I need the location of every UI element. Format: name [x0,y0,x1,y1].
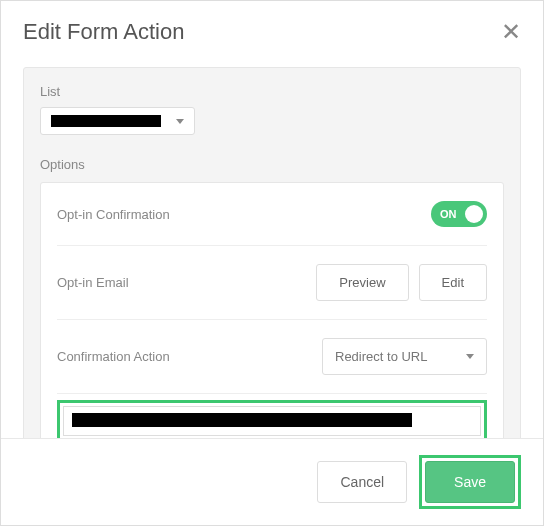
modal-header: Edit Form Action ✕ [1,1,543,57]
list-select[interactable] [40,107,195,135]
modal-footer: Cancel Save [1,438,543,525]
edit-button[interactable]: Edit [419,264,487,301]
edit-form-action-modal: Edit Form Action ✕ List Options Opt-in C… [0,0,544,526]
optin-confirmation-row: Opt-in Confirmation ON [57,183,487,246]
optin-email-row: Opt-in Email Preview Edit [57,246,487,320]
save-button[interactable]: Save [425,461,515,503]
chevron-down-icon [176,119,184,124]
redirect-url-value [72,413,412,427]
confirmation-action-select[interactable]: Redirect to URL [322,338,487,375]
redirect-url-input[interactable] [63,406,481,436]
optin-confirmation-label: Opt-in Confirmation [57,207,170,222]
toggle-on-text: ON [440,208,457,220]
modal-title: Edit Form Action [23,19,184,45]
optin-confirmation-toggle[interactable]: ON [431,201,487,227]
redirect-url-highlight [57,400,487,442]
list-selected-value [51,115,161,127]
preview-button[interactable]: Preview [316,264,408,301]
modal-body: List Options Opt-in Confirmation ON Opt-… [23,67,521,468]
confirmation-action-selected: Redirect to URL [335,349,427,364]
save-button-highlight: Save [419,455,521,509]
toggle-knob [465,205,483,223]
cancel-button[interactable]: Cancel [317,461,407,503]
options-panel: Opt-in Confirmation ON Opt-in Email Prev… [40,182,504,447]
optin-email-buttons: Preview Edit [316,264,487,301]
chevron-down-icon [466,354,474,359]
optin-email-label: Opt-in Email [57,275,129,290]
close-icon[interactable]: ✕ [501,20,521,44]
options-label: Options [40,157,504,172]
list-label: List [40,84,504,99]
confirmation-action-row: Confirmation Action Redirect to URL [57,320,487,394]
confirmation-action-label: Confirmation Action [57,349,170,364]
